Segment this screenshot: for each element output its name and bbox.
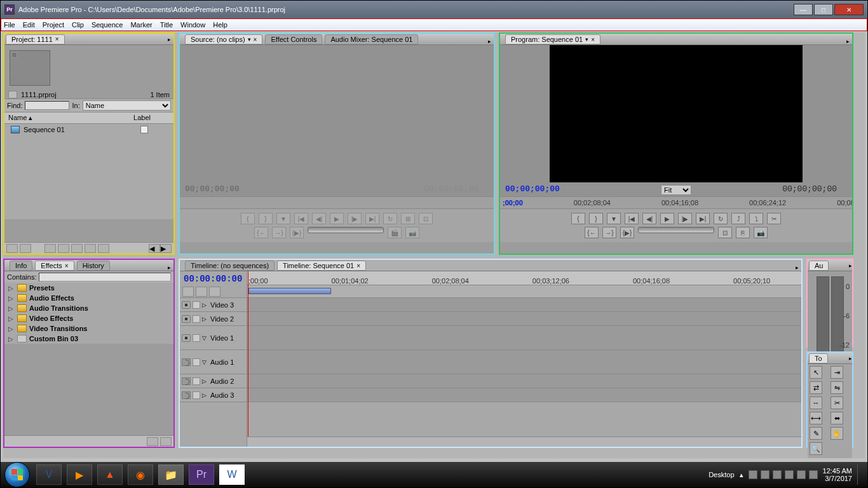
menu-help[interactable]: Help [213,21,227,29]
find-input[interactable] [25,101,69,110]
collapse-icon[interactable]: ▷ [202,392,208,398]
expand-icon[interactable]: ▷ [8,336,15,342]
close-button[interactable]: ✕ [834,4,864,15]
in-dropdown[interactable]: Name [83,100,171,111]
timeline-scrollbar[interactable] [247,437,801,447]
task-uc-icon[interactable]: ◉ [128,464,153,485]
export-frame-button[interactable]: 📷 [754,227,768,238]
maximize-button[interactable]: □ [814,4,833,15]
col-name[interactable]: Name ▴ [8,114,32,122]
tray-icon[interactable] [773,470,782,479]
collapse-icon[interactable]: ▽ [202,335,208,341]
track-lane[interactable] [247,326,801,350]
effect-controls-tab[interactable]: Effect Controls [265,34,322,44]
tree-item[interactable]: ▷Audio Transitions [4,303,173,313]
lock-icon[interactable] [193,334,200,342]
step-back-button[interactable]: ◀| [312,213,326,224]
eye-icon[interactable] [182,334,191,342]
expand-icon[interactable]: ▷ [8,325,15,332]
menu-marker[interactable]: Marker [130,21,152,29]
tree-item[interactable]: ▷Presets [4,283,173,293]
play-inout-button[interactable]: {▶} [290,227,304,238]
menu-clip[interactable]: Clip [72,21,84,29]
desktop-peek-label[interactable]: Desktop [709,471,734,478]
play-inout-button[interactable]: {▶} [620,227,634,238]
icon-view-icon[interactable] [20,244,31,253]
scroll-left-icon[interactable]: ◀ [149,244,160,253]
step-back-button[interactable]: ◀| [642,213,656,224]
delete-icon[interactable] [98,244,109,253]
safe-margin-button[interactable]: ⊡ [718,227,732,238]
tray-network-icon[interactable] [785,470,794,479]
slide-tool[interactable]: ⬌ [831,412,843,424]
collapse-icon[interactable]: ▷ [202,378,208,384]
collapse-icon[interactable]: ▽ [202,359,208,365]
menu-title[interactable]: Title [160,21,173,29]
track-header[interactable]: ▷Audio 3 [180,388,247,402]
timeline-tab-empty[interactable]: Timeline: (no sequences) [185,261,275,271]
clock[interactable]: 12:45 AM 3/7/2017 [823,467,852,482]
eye-icon[interactable] [182,301,191,309]
loop-button[interactable]: ↻ [714,213,728,224]
timeline-ruler[interactable]: ;00;00 00;01;04;02 00;02;08;04 00;03;12;… [247,271,801,285]
dropdown-icon[interactable]: ▾ [248,36,251,43]
tray-action-icon[interactable] [809,470,818,479]
marker-button[interactable]: ▼ [607,213,621,224]
find-icon[interactable] [58,244,69,253]
insert-button[interactable]: ⊞ [401,213,415,224]
lock-icon[interactable] [193,377,200,385]
task-visio-icon[interactable]: V [36,464,62,485]
dropdown-icon[interactable]: ▾ [585,36,588,43]
history-tab[interactable]: History [77,261,110,271]
list-item[interactable]: Sequence 01 [4,124,173,135]
delete-icon[interactable] [160,437,172,446]
menu-file[interactable]: File [4,21,15,29]
goto-prev-button[interactable]: |◀ [625,213,639,224]
collapse-icon[interactable]: ▷ [202,316,208,322]
project-tab[interactable]: Project: 1111 × [6,34,65,44]
playhead[interactable] [248,271,248,447]
marker-icon[interactable] [196,287,207,297]
track-lane[interactable] [247,374,801,388]
trim-button[interactable]: ✂ [767,213,781,224]
new-bin-icon[interactable] [147,437,158,446]
marker-button[interactable]: ▼ [276,213,290,224]
shuttle-slider[interactable] [308,227,384,233]
shuttle-slider[interactable] [638,227,714,233]
program-ruler[interactable]: ;00;00 00;02;08;04 00;04;16;08 00;06;24;… [500,196,852,209]
panel-menu-icon[interactable]: ▸ [846,38,850,44]
lock-icon[interactable] [193,315,200,323]
rate-stretch-tool[interactable]: ↔ [810,396,822,409]
track-select-tool[interactable]: ⇥ [831,366,843,379]
goto-next-button[interactable]: ▶| [365,213,379,224]
goto-next-button[interactable]: ▶| [696,213,710,224]
snap-icon[interactable] [182,287,194,297]
list-view-icon[interactable] [6,244,18,253]
timeline-timecode[interactable]: 00:00:00:00 [180,271,247,285]
loop-button[interactable]: ↻ [383,213,397,224]
expand-icon[interactable]: ▷ [8,315,15,322]
close-icon[interactable]: × [55,36,59,43]
contains-input[interactable] [39,273,171,281]
tree-item[interactable]: ▷Video Effects [4,313,173,323]
audio-mixer-tab[interactable]: Audio Mixer: Sequence 01 [325,34,418,44]
menu-edit[interactable]: Edit [23,21,35,29]
program-tab[interactable]: Program: Sequence 01 ▾ × [505,34,600,44]
encore-icon[interactable] [209,287,220,297]
task-explorer-icon[interactable]: 📁 [158,464,184,485]
in-point-button[interactable]: { [571,213,585,224]
effects-tab[interactable]: Effects × [35,261,74,271]
extract-button[interactable]: ⤵ [749,213,763,224]
play-button[interactable]: ▶ [330,213,344,224]
panel-menu-icon[interactable]: ▸ [488,38,491,44]
collapse-icon[interactable]: ▷ [202,302,208,308]
timeline-tracks[interactable]: ;00;00 00;01;04;02 00;02;08;04 00;03;12;… [247,271,801,447]
hand-tool[interactable]: ✋ [831,427,843,440]
track-lane[interactable] [247,350,801,374]
export-frame-button[interactable]: 📷 [405,227,419,238]
track-header[interactable]: ▽Audio 1 [180,350,247,374]
step-fwd-button[interactable]: |▶ [678,213,692,224]
play-button[interactable]: ▶ [660,213,674,224]
selection-tool[interactable]: ↖ [810,366,822,379]
lock-icon[interactable] [193,301,200,309]
